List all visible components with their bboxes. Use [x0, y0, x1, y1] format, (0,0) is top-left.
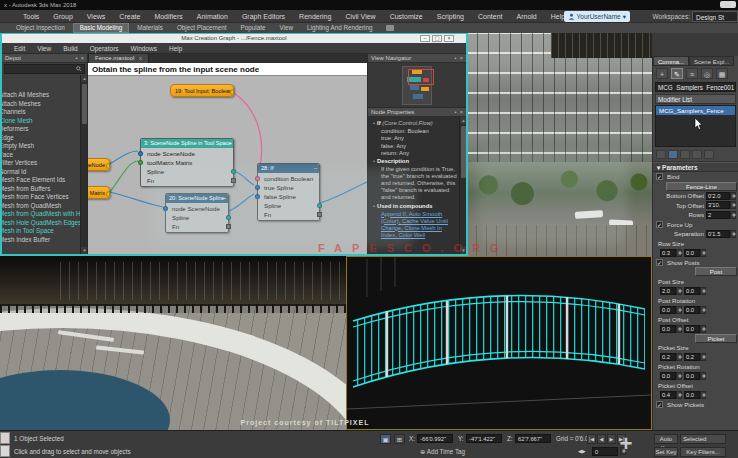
- viewport-render-building[interactable]: [466, 32, 654, 256]
- depot-list-item[interactable]: Empty Mesh: [2, 142, 87, 151]
- maxscript-mini-listener[interactable]: [0, 432, 11, 458]
- frame-step-icons[interactable]: ◀▶: [578, 445, 586, 458]
- spinner[interactable]: [700, 372, 706, 380]
- remove-modifier-icon[interactable]: [692, 150, 702, 159]
- output-port[interactable]: [106, 163, 110, 169]
- go-to-start-icon[interactable]: |◀: [587, 434, 596, 444]
- rows-field[interactable]: 2: [706, 211, 730, 219]
- depot-list-item[interactable]: Mesh Face Element Ids: [2, 176, 87, 185]
- key-filters-button[interactable]: Key Filters...: [680, 447, 726, 457]
- menu-item[interactable]: Content: [471, 10, 510, 23]
- window-controls[interactable]: [720, 1, 736, 8]
- auto-key-button[interactable]: Auto Key: [654, 434, 678, 444]
- spinner[interactable]: [730, 201, 736, 209]
- make-unique-icon[interactable]: [680, 150, 690, 159]
- configure-modifier-sets-icon[interactable]: [704, 150, 714, 159]
- post-size-x-field[interactable]: 2.0: [660, 287, 676, 295]
- depot-list-item[interactable]: Mesh from QuadMesh with Hed: [2, 210, 87, 219]
- coord-y-field[interactable]: -47'1.422": [466, 434, 502, 443]
- spinner[interactable]: [730, 230, 736, 238]
- depot-list-item[interactable]: Channels: [2, 108, 87, 117]
- menu-item[interactable]: Customize: [383, 10, 430, 23]
- menu-item[interactable]: Arnold: [509, 10, 543, 23]
- create-icon[interactable]: +: [656, 68, 668, 79]
- maximize-icon[interactable]: ▢: [432, 35, 442, 42]
- picket-button[interactable]: Picket: [695, 334, 737, 343]
- spinner[interactable]: [676, 391, 682, 399]
- viewport-wireframe-fence-active[interactable]: [346, 256, 652, 430]
- ribbon-tab[interactable]: Lighting And Rendering: [301, 23, 378, 33]
- user-account-button[interactable]: YourUserName ▾: [564, 11, 630, 22]
- row-size-x-field[interactable]: 0.3: [660, 249, 676, 257]
- camera-icon[interactable]: [386, 25, 394, 31]
- menu-item[interactable]: Group: [46, 10, 79, 23]
- output-port[interactable]: [230, 89, 234, 95]
- fn-port[interactable]: [317, 212, 322, 217]
- mcg-menu-item[interactable]: Edit: [8, 45, 31, 52]
- node-scenenode-spline-toolspace[interactable]: 3: SceneNode Spline in Tool Space– node …: [140, 138, 234, 187]
- collapse-icon[interactable]: –: [223, 194, 226, 203]
- menu-item[interactable]: Create: [112, 10, 147, 23]
- absolute-mode-icon[interactable]: ⊞: [394, 434, 405, 444]
- hierarchy-icon[interactable]: ≡: [686, 68, 698, 79]
- pin-icon[interactable]: ▪: [455, 109, 457, 115]
- depot-list-item[interactable]: Clone Mesh: [2, 117, 87, 126]
- post-size-y-field[interactable]: 0.0: [684, 287, 700, 295]
- depot-list-item[interactable]: Mesh from Buffers: [2, 185, 87, 194]
- depot-list-item[interactable]: Deformers: [2, 125, 87, 134]
- ribbon-tab[interactable]: Object Placement: [171, 23, 233, 33]
- show-posts-checkbox[interactable]: ✓: [656, 259, 663, 266]
- selection-set-dropdown[interactable]: Selected: [680, 434, 726, 444]
- row-size-y-field[interactable]: 0.0: [684, 249, 700, 257]
- graph-tab[interactable]: Fence.maxtool x: [88, 53, 149, 63]
- tab-command-panel[interactable]: Comma...: [653, 56, 689, 66]
- mcg-menu-item[interactable]: Windows: [125, 45, 163, 52]
- depot-list-item[interactable]: Mesh Hole QuadMesh Edges: [2, 219, 87, 228]
- post-button[interactable]: Post: [695, 267, 737, 276]
- ribbon-tab[interactable]: Object Inspection: [10, 23, 71, 33]
- node-canvas[interactable]: 19: Tool Input: Boolean Tool Input: Scen…: [88, 76, 367, 254]
- force-up-checkbox[interactable]: ✓: [656, 221, 663, 228]
- spinner[interactable]: [676, 249, 682, 257]
- modifier-list-dropdown[interactable]: Modifier List: [655, 94, 736, 104]
- picket-size-y-field[interactable]: 0.2: [684, 353, 700, 361]
- menu-item[interactable]: Tools: [16, 10, 46, 23]
- post-offset-y-field[interactable]: 0.0: [684, 325, 700, 333]
- menu-item[interactable]: Animation: [190, 10, 235, 23]
- menu-item[interactable]: Views: [80, 10, 113, 23]
- spinner[interactable]: [700, 391, 706, 399]
- set-key-button[interactable]: Set Key: [654, 447, 678, 457]
- ribbon-tab[interactable]: Populate: [235, 23, 272, 33]
- ribbon-tab[interactable]: Materials: [131, 23, 169, 33]
- top-offset-field[interactable]: 3'10.: [706, 201, 730, 209]
- depot-list-item[interactable]: Mesh from QuadMesh: [2, 202, 87, 211]
- picket-offset-x-field[interactable]: 0.4: [660, 391, 676, 399]
- motion-icon[interactable]: ◎: [701, 68, 713, 79]
- pin-icon[interactable]: ▪: [76, 55, 78, 61]
- picket-offset-y-field[interactable]: 0.0: [684, 391, 700, 399]
- depot-list-item[interactable]: Edge: [2, 134, 87, 143]
- node-tool-input-boolean[interactable]: 19: Tool Input: Boolean: [170, 84, 234, 97]
- picket-size-x-field[interactable]: 0.2: [660, 353, 676, 361]
- workspace-select[interactable]: Design St: [692, 11, 738, 22]
- node-scenenode-spline[interactable]: 20: SceneNode Spline– node SceneNode Spl…: [165, 193, 229, 233]
- output-port[interactable]: [226, 215, 231, 220]
- collapse-icon[interactable]: –: [228, 139, 231, 148]
- input-port[interactable]: [163, 206, 168, 211]
- modifier-stack[interactable]: MCG_Samplers_Fence: [655, 105, 736, 147]
- input-port[interactable]: [255, 176, 260, 181]
- spinner[interactable]: [700, 249, 706, 257]
- depot-list-item[interactable]: Mesh from Face Vertices: [2, 193, 87, 202]
- post-rotation-y-field[interactable]: 0.0: [684, 306, 700, 314]
- spinner[interactable]: [676, 372, 682, 380]
- tab-scene-explorer[interactable]: Scene Expl...: [689, 56, 734, 66]
- ribbon-tab[interactable]: Basic Modeling: [73, 23, 130, 33]
- viewport-render-pool[interactable]: [0, 256, 346, 430]
- depot-list-item[interactable]: Attach Meshes: [2, 100, 87, 109]
- compound-link[interactable]: Append If: [381, 211, 409, 217]
- spinner[interactable]: [700, 353, 706, 361]
- depot-list-item[interactable]: Mesh in Tool Space: [2, 227, 87, 236]
- ribbon-tab[interactable]: View: [273, 23, 299, 33]
- compound-link[interactable]: Color Well: [398, 232, 425, 238]
- close-icon[interactable]: ×: [460, 109, 463, 115]
